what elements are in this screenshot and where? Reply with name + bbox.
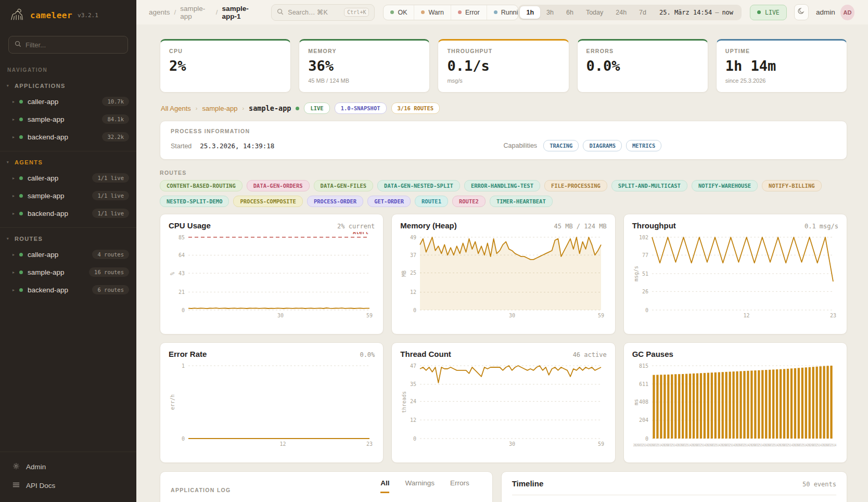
chevron-down-icon: ▾ [7,237,9,241]
svg-text:59: 59 [598,441,604,447]
app-root: cameleer v3.2.1 NAVIGATION ▾APPLICATIONS… [0,0,868,502]
svg-text:26: 26 [642,289,648,294]
sidebar-item-api-docs[interactable]: API Docs [0,477,136,495]
route-chip-content-based-routing[interactable]: CONTENT-BASED-ROUTING [160,180,242,191]
sidebar-item-badge: 1/1 live [92,173,129,183]
sidebar-item-badge: 84.1k [102,114,129,124]
live-label: LIVE [765,9,780,16]
agent-live-dot-icon [296,107,299,110]
svg-text:err/h: err/h [170,394,175,410]
logo-home-link[interactable]: cameleer v3.2.1 [0,0,136,30]
time-range-3h[interactable]: 3h [540,6,560,19]
svg-text:408: 408 [639,399,648,405]
time-range-1h[interactable]: 1h [520,6,540,19]
time-range-24h[interactable]: 24h [609,6,633,19]
status-filter-ok[interactable]: OK [384,5,414,20]
process-info-title: PROCESS INFORMATION [171,128,836,134]
time-range-today[interactable]: Today [580,6,609,19]
svg-text:MB: MB [401,271,407,277]
chevron-right-icon: ▸ [12,99,15,104]
sidebar-item-routes-backend-app[interactable]: ▸backend-app6 routes [0,281,136,299]
sidebar-item-applications-backend-app[interactable]: ▸backend-app32.2k [0,128,136,146]
timeline-event-count: 50 events [802,481,836,488]
route-chip-process-order[interactable]: PROCESS-ORDER [307,196,363,207]
route-chip-file-processing[interactable]: FILE-PROCESSING [544,180,607,191]
routes-label: ROUTES [160,170,847,176]
date-range-display[interactable]: 25. März 14:54—now [653,9,740,16]
agent-link-sample-app[interactable]: sample-app [202,105,238,112]
chevron-right-icon: ▸ [12,252,15,257]
chart-plot-throughput: 0265177102msg/s1223 [632,232,838,319]
theme-toggle-button[interactable] [794,4,809,20]
breadcrumb-agents[interactable]: agents [149,8,170,16]
chart-card-error-rate: Error Rate0.0%01err/h1223 [160,342,384,463]
sidebar-item-agents-backend-app[interactable]: ▸backend-app1/1 live [0,204,136,222]
sidebar-item-agents-sample-app[interactable]: ▸sample-app1/1 live [0,187,136,204]
gear-icon [12,462,20,471]
chart-title: Throughput [632,221,676,230]
timeline-header: Timeline 50 events [512,479,836,488]
sidebar-item-agents-caller-app[interactable]: ▸caller-app1/1 live [0,169,136,187]
sidebar-item-admin[interactable]: Admin [0,457,136,477]
kpi-label: MEMORY [308,48,420,54]
time-range-7d[interactable]: 7d [633,6,653,19]
chart-current-value: 2% current [337,223,375,230]
route-chip-route1[interactable]: ROUTE1 [415,196,448,207]
chart-header: GC Pauses [632,350,838,358]
kpi-card-memory: MEMORY36%45 MB / 124 MB [299,39,430,93]
sidebar-item-label: sample-app [28,268,65,276]
svg-text:49: 49 [410,235,416,240]
nav-section-applications: ▾APPLICATIONS▸caller-app10.7k▸sample-app… [0,75,136,151]
log-tab-warnings[interactable]: Warnings [405,479,435,493]
user-avatar[interactable]: AD [840,5,854,20]
chevron-right-icon: ▸ [12,211,15,216]
route-chip-data-gen-orders[interactable]: DATA-GEN-ORDERS [247,180,310,191]
section-header-applications[interactable]: ▾APPLICATIONS [0,78,136,93]
status-filter-running[interactable]: Running [487,5,519,20]
agent-link-all-agents[interactable]: All Agents [161,105,191,112]
svg-text:77: 77 [642,252,648,258]
sidebar-item-badge: 1/1 live [92,209,129,218]
route-chip-split-and-multicast[interactable]: SPLIT-AND-MULTICAST [611,180,687,191]
camel-logo-icon [9,7,25,23]
section-header-agents[interactable]: ▾AGENTS [0,155,136,169]
sidebar-item-routes-sample-app[interactable]: ▸sample-app16 routes [0,263,136,281]
user-name: admin [816,8,835,16]
breadcrumb-sample-app[interactable]: sample-app [180,5,212,20]
chart-plot-memory: 012253749MB3059 [400,232,606,319]
search-input[interactable] [288,9,340,16]
status-filter-error[interactable]: Error [451,5,487,20]
section-header-routes[interactable]: ▾ROUTES [0,231,136,246]
breadcrumb-separator: / [174,8,176,16]
kpi-sublabel: 45 MB / 124 MB [308,78,420,84]
svg-text:30: 30 [509,313,515,318]
route-chip-nested-split-demo[interactable]: NESTED-SPLIT-DEMO [160,196,229,207]
status-filter-warn[interactable]: Warn [414,5,450,20]
kpi-label: ERRORS [586,48,699,54]
time-range-6h[interactable]: 6h [560,6,580,19]
filter-input[interactable] [25,41,109,49]
sidebar-item-badge: 10.7k [102,97,129,106]
sidebar-item-applications-sample-app[interactable]: ▸sample-app84.1k [0,110,136,128]
route-chip-timer-heartbeat[interactable]: TIMER-HEARTBEAT [490,196,553,207]
route-chip-notify-warehouse[interactable]: NOTIFY-WAREHOUSE [692,180,758,191]
chart-svg-error-rate: 01err/h1223 [169,361,375,448]
live-status-badge[interactable]: LIVE [750,5,787,20]
log-tab-all[interactable]: All [380,479,389,493]
sidebar-item-routes-caller-app[interactable]: ▸caller-app4 routes [0,246,136,263]
log-tab-errors[interactable]: Errors [450,479,469,493]
route-chip-process-composite[interactable]: PROCESS-COMPOSITE [233,196,302,207]
sidebar-item-label: sample-app [28,115,65,123]
route-chip-notify-billing[interactable]: NOTIFY-BILLING [762,180,822,191]
route-chip-route2[interactable]: ROUTE2 [452,196,486,207]
svg-text:102: 102 [639,235,648,240]
route-chip-error-handling-test[interactable]: ERROR-HANDLING-TEST [464,180,540,191]
route-chip-get-order[interactable]: GET-ORDER [367,196,411,207]
kpi-sublabel [586,78,699,84]
sidebar-item-applications-caller-app[interactable]: ▸caller-app10.7k [0,93,136,110]
chart-svg-throughput: 0265177102msg/s1223 [632,232,838,319]
route-chip-data-gen-nested-split[interactable]: DATA-GEN-NESTED-SPLIT [377,180,460,191]
breadcrumb-separator: / [216,8,218,16]
chart-card-gc-pauses: GC Pauses0204408611815ms2026032514202603… [623,342,847,463]
route-chip-data-gen-files[interactable]: DATA-GEN-FILES [314,180,374,191]
